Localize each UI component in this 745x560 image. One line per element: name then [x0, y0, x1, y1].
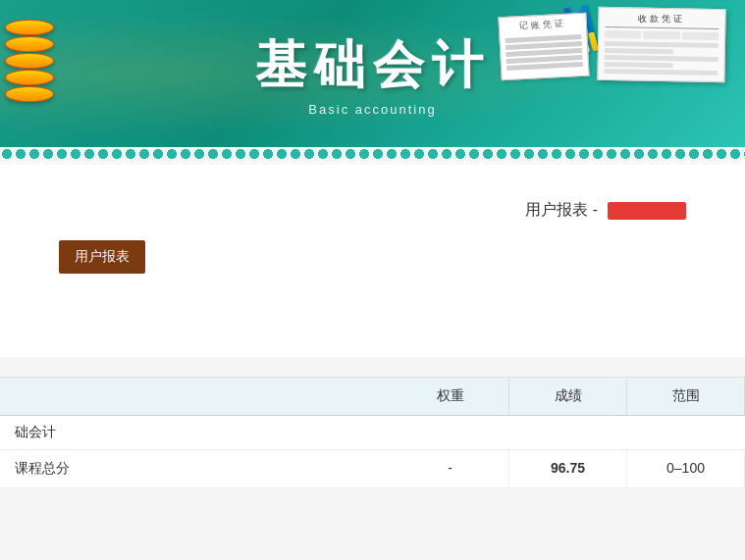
gold-decoration [0, 20, 69, 127]
sub-title: Basic accounting [308, 102, 436, 117]
doc-second-lines [506, 34, 584, 71]
dots-border [0, 147, 745, 161]
gold-coin-5 [5, 86, 54, 102]
header-banner: 基础会计 Basic accounting 记账凭证 收款凭证 [0, 0, 745, 147]
gold-coin-4 [5, 70, 54, 85]
gold-coin-2 [5, 36, 54, 52]
table-section: 权重 成绩 范围 础会计 课程总分 - 96.75 0–100 [0, 377, 745, 488]
table-col-weight: 权重 [392, 378, 509, 415]
content-area: 用户报表 - 用户报表 [0, 161, 745, 357]
table-col-range: 范围 [627, 378, 745, 415]
table-cell-score: 96.75 [509, 450, 627, 487]
receipt-document-title: 收款凭证 [605, 12, 718, 29]
table-col-score: 成绩 [509, 378, 627, 415]
table-section-label: 础会计 [0, 416, 745, 450]
user-name-redacted [608, 202, 686, 220]
receipt-grid [605, 30, 718, 40]
user-report-header: 用户报表 - [29, 180, 716, 230]
receipt-document: 收款凭证 [597, 7, 725, 82]
user-report-button[interactable]: 用户报表 [59, 240, 145, 274]
gold-coin-1 [5, 20, 54, 35]
doc-second-title: 记账凭证 [505, 17, 582, 33]
table-col-name [0, 378, 392, 415]
table-cell-range: 0–100 [627, 450, 745, 487]
table-row: 课程总分 - 96.75 0–100 [0, 450, 745, 488]
document-second: 记账凭证 [498, 13, 589, 81]
table-header: 权重 成绩 范围 [0, 378, 745, 416]
user-report-label-text: 用户报表 - [525, 200, 598, 221]
receipt-body-lines [604, 41, 718, 76]
table-cell-weight: - [392, 450, 509, 487]
main-title: 基础会计 [255, 31, 491, 100]
table-cell-name: 课程总分 [0, 450, 392, 487]
gold-coin-3 [5, 53, 54, 69]
